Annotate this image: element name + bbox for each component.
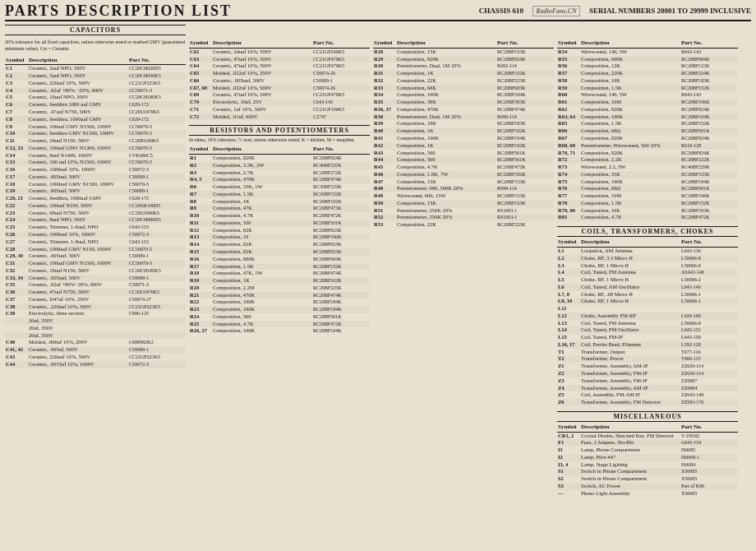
table-cell: R75 (557, 178, 580, 186)
table-cell: Composition, 47K, 1W (212, 270, 312, 277)
table-cell: Wirewound, 2.2, 5W (580, 164, 680, 171)
table-cell: Composition, 1K (212, 198, 312, 206)
resistors-table-col3: Symbol Description Part No. R54Wirewound… (557, 39, 738, 221)
table-row: C10Ceramic, feedthru GMV N1500, 1000VCC5… (5, 130, 186, 137)
table-cell: R50 (373, 200, 396, 207)
table-cell: R692-114 (496, 63, 554, 70)
table-cell: Ceramic, 18uuf NPO, 500V (28, 94, 128, 101)
main-content: CAPACITORS 20% tolerance for all fixed c… (5, 25, 751, 498)
table-row: R13Composition, 10RC20BF100K (189, 234, 370, 241)
table-cell: Composition, 47K (212, 205, 312, 212)
table-row: —Phono Light AssemblyX50085 (557, 490, 738, 498)
table-cell: Transformer, Assembly, FM-IF (580, 377, 680, 385)
table-cell: Ceramic, .005uuf, 500V (212, 77, 312, 85)
table-cell: C28 (5, 246, 28, 253)
table-cell: L50066-8 (680, 320, 738, 327)
table-row: R10Composition, 4.7KRC20BF472K (189, 212, 370, 220)
table-cell: C50072-3 (128, 361, 186, 368)
table-row: R58Composition, 18KRC20BF183K (557, 77, 738, 85)
table-row: S3Switch, AC PowerPart of R48 (557, 483, 738, 490)
table-cell: C643-153 (128, 238, 186, 246)
table-row: R4, 5Composition, 470KRC20BF474K (189, 176, 370, 183)
table-row: C16Ceramic, 1000uuf 10%, 1000VC50072-3 (5, 166, 186, 174)
table-cell: Coil, Tuned, FM Antenna (580, 320, 680, 327)
table-cell: R31 (373, 70, 396, 77)
table-cell: Ceramic, .005uuf, 500V (28, 275, 128, 282)
table-cell: Transformer, Assembly, FM Detector (580, 399, 680, 406)
table-cell: R73 (557, 164, 580, 171)
table-cell: Composition, 4.7K (580, 214, 680, 221)
table-cell: RC20BF223K (496, 77, 554, 85)
table-cell: RC20BF123K (680, 63, 738, 70)
table-cell: Fuse, 2 Ampere, Slo-Blo (580, 439, 680, 447)
table-cell: L9, 10 (557, 298, 580, 305)
table-cell: S2 (557, 475, 580, 483)
page-header: PARTS DESCRIPTION LIST CHASSIS 610 Radio… (5, 3, 751, 21)
table-row: 20uf, 350V (5, 332, 186, 340)
table-cell: CC50070-5 (128, 123, 186, 131)
table-cell: RC20BF104K (496, 91, 554, 99)
table-cell: Ceramic, feedthru, 1000uuf GMV (28, 195, 128, 202)
table-cell: Composition, 82K (212, 248, 312, 256)
table-row: C5Ceramic, 18uuf NPO, 500VCC20CH180K5 (5, 94, 186, 101)
table-row: Z1Transformer, Assembly, AM-IFZZ630-114 (557, 363, 738, 370)
table-cell: L50066-1 (680, 291, 738, 299)
table-cell: R76 (557, 185, 580, 192)
table-cell: Composition, 68K (396, 85, 496, 92)
table-cell: RC20BF823K (312, 241, 370, 248)
table-cell: R25 (189, 321, 212, 328)
table-cell: Composition, 1.5K (212, 263, 312, 271)
table-cell: CC20SH100D5 (128, 202, 186, 210)
table-cell: C50089-1 (128, 174, 186, 181)
table-row: R68, 69Potentiometer, Wirewound, 500 20%… (557, 142, 738, 150)
table-cell: Ceramic, 8uuf N1400, 1000V (28, 152, 128, 160)
table-cell: S3 (557, 483, 580, 490)
table-row: L9, 10Choke, RF, 1 Micro HL50066-1 (557, 298, 738, 305)
table-cell: RC30BF333K (312, 183, 370, 191)
table-cell: RS16-128 (680, 142, 738, 150)
table-row: R21Composition, 470KRC20BF474K (189, 292, 370, 299)
table-cell: L3 (557, 262, 580, 270)
table-row: L5Choke, RF, 1 Micro HL50066-2 (557, 276, 738, 284)
table-cell: C62 (189, 48, 212, 55)
table-cell: C629-172 (128, 116, 186, 123)
table-cell: RC20BF184K (312, 299, 370, 306)
res3-header-desc: Description (580, 39, 680, 48)
table-cell: CR1, 2 (557, 432, 580, 439)
table-cell: Composition, 2.2M (212, 285, 312, 292)
table-cell: C50089-1 (128, 275, 186, 282)
table-row: R49Wirewound, 600, 15WRC20BF153K (373, 192, 554, 200)
table-row: C11Ceramic, 24uuf N150, 500VCC20PJ240K5 (5, 137, 186, 145)
table-cell: R39 (373, 120, 396, 127)
table-cell: C50089-1 (312, 77, 370, 85)
table-row: L12Choke, Assembly FM-RFL629-180 (557, 313, 738, 320)
table-cell: CC20PJ240K5 (128, 137, 186, 145)
table-row: C12, 13Ceramic, 100uuf GMV N1300, 1000VC… (5, 145, 186, 152)
misc-header-desc: Description (580, 424, 680, 432)
table-cell: RC20BF104K (496, 135, 554, 142)
table-cell: C38 (5, 303, 28, 311)
table-row: R51Potentiometer, 250K 20%RS1003-1 (373, 207, 554, 215)
table-cell: Potentiometer, Wirewound, 500 20% (580, 142, 680, 150)
table-cell: Composition, 180K (212, 299, 312, 306)
table-cell: CVK080C5 (128, 152, 186, 160)
table-cell: Composition, 18K (580, 77, 680, 85)
table-row: F1Fuse, 2 Ampere, Slo-BloG643-154 (557, 439, 738, 447)
table-cell: Choke, RF, .68 Micro H (580, 291, 680, 299)
table-cell: R36, 37 (373, 106, 396, 113)
table-cell: Composition, 1K (396, 142, 496, 150)
table-cell: RC20BF683K (496, 85, 554, 92)
table-cell (680, 305, 738, 313)
table-cell: R65 (557, 120, 580, 127)
table-cell: Transformer, Assembly, AM-IF (580, 385, 680, 392)
table-cell: C29, 30 (5, 252, 28, 260)
table-row: C72Molded, .01uf, 600VC2747 (189, 113, 370, 121)
table-cell: R58 (557, 77, 580, 85)
table-row: C25Ceramic, Trimmer, 1-8uuf, NPOC643-153 (5, 224, 186, 231)
table-row: C4Ceramic, .02uf +80% −20%, 600VCC50071-… (5, 87, 186, 95)
table-cell: R13 (189, 234, 212, 241)
table-cell: R51 (373, 207, 396, 215)
table-row: I2Lamp, Pilot #47IS0009-1 (557, 454, 738, 461)
table-cell: R38 (373, 113, 396, 121)
table-cell: C67, 68 (189, 85, 212, 92)
